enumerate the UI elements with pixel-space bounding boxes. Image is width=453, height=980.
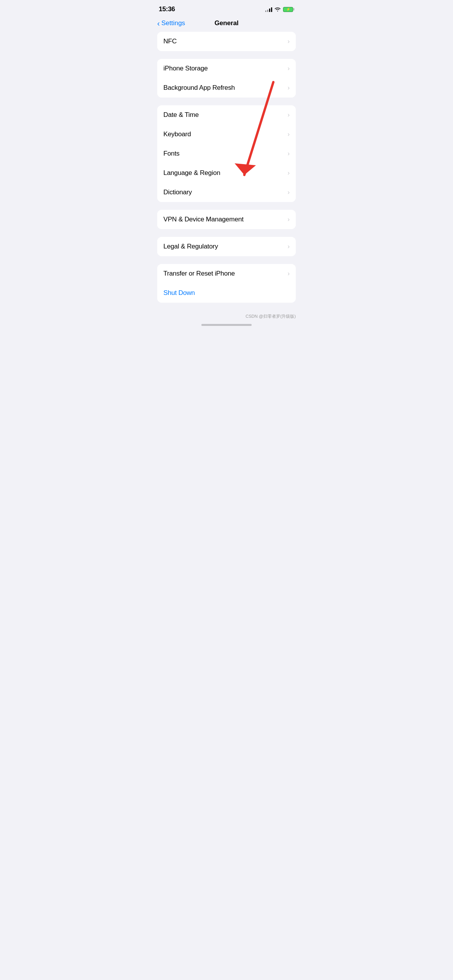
shut-down-label: Shut Down [163, 289, 195, 297]
iphone-storage-cell[interactable]: iPhone Storage › [157, 59, 296, 78]
shut-down-cell[interactable]: Shut Down [157, 283, 296, 303]
keyboard-chevron-icon: › [288, 131, 290, 138]
dictionary-cell[interactable]: Dictionary › [157, 183, 296, 202]
section-legal: Legal & Regulatory › [157, 237, 296, 256]
wifi-icon [275, 7, 281, 12]
vpn-cell[interactable]: VPN & Device Management › [157, 210, 296, 229]
fonts-label: Fonts [163, 150, 180, 158]
legal-group: Legal & Regulatory › [157, 237, 296, 256]
background-app-refresh-chevron-icon: › [288, 84, 290, 91]
vpn-chevron-icon: › [288, 216, 290, 223]
background-app-refresh-cell[interactable]: Background App Refresh › [157, 78, 296, 98]
keyboard-label: Keyboard [163, 130, 191, 138]
signal-icon [265, 7, 272, 12]
language-region-label: Language & Region [163, 169, 220, 177]
date-time-label: Date & Time [163, 111, 199, 119]
dictionary-label: Dictionary [163, 188, 192, 196]
fonts-cell[interactable]: Fonts › [157, 144, 296, 163]
background-app-refresh-label: Background App Refresh [163, 84, 235, 92]
section-vpn: VPN & Device Management › [157, 210, 296, 229]
keyboard-cell[interactable]: Keyboard › [157, 125, 296, 144]
nfc-chevron-icon: › [288, 38, 290, 45]
language-region-chevron-icon: › [288, 170, 290, 176]
back-chevron-icon: ‹ [157, 19, 160, 27]
transfer-reset-label: Transfer or Reset iPhone [163, 270, 235, 278]
nfc-cell[interactable]: NFC › [157, 32, 296, 51]
section-storage: iPhone Storage › Background App Refresh … [157, 59, 296, 98]
locale-group: Date & Time › Keyboard › Fonts › Languag… [157, 105, 296, 202]
date-time-chevron-icon: › [288, 111, 290, 118]
legal-cell[interactable]: Legal & Regulatory › [157, 237, 296, 256]
legal-chevron-icon: › [288, 243, 290, 250]
status-time: 15:36 [159, 5, 175, 13]
transfer-reset-chevron-icon: › [288, 270, 290, 277]
iphone-storage-label: iPhone Storage [163, 65, 208, 72]
nfc-label: NFC [163, 38, 177, 45]
section-locale: Date & Time › Keyboard › Fonts › Languag… [157, 105, 296, 202]
dictionary-chevron-icon: › [288, 189, 290, 196]
vpn-group: VPN & Device Management › [157, 210, 296, 229]
language-region-cell[interactable]: Language & Region › [157, 163, 296, 183]
page-title: General [214, 19, 239, 27]
status-icons: ⚡ [265, 7, 294, 12]
watermark: CSDN @归零者罗(升级版) [151, 310, 302, 321]
battery-icon: ⚡ [283, 7, 294, 12]
vpn-label: VPN & Device Management [163, 216, 244, 223]
fonts-chevron-icon: › [288, 150, 290, 157]
iphone-storage-chevron-icon: › [288, 65, 290, 72]
nav-bar: ‹ Settings General [151, 16, 302, 32]
back-label: Settings [161, 19, 185, 27]
home-indicator [151, 321, 302, 332]
section-transfer-shutdown: Transfer or Reset iPhone › Shut Down [157, 264, 296, 303]
legal-label: Legal & Regulatory [163, 243, 218, 250]
storage-group: iPhone Storage › Background App Refresh … [157, 59, 296, 98]
status-bar: 15:36 ⚡ [151, 0, 302, 16]
back-button[interactable]: ‹ Settings [157, 19, 185, 27]
date-time-cell[interactable]: Date & Time › [157, 105, 296, 125]
nfc-group: NFC › [157, 32, 296, 51]
home-bar [201, 324, 252, 326]
content: NFC › iPhone Storage › Background App Re… [151, 32, 302, 303]
section-nfc: NFC › [157, 32, 296, 51]
transfer-reset-cell[interactable]: Transfer or Reset iPhone › [157, 264, 296, 283]
transfer-shutdown-group: Transfer or Reset iPhone › Shut Down [157, 264, 296, 303]
